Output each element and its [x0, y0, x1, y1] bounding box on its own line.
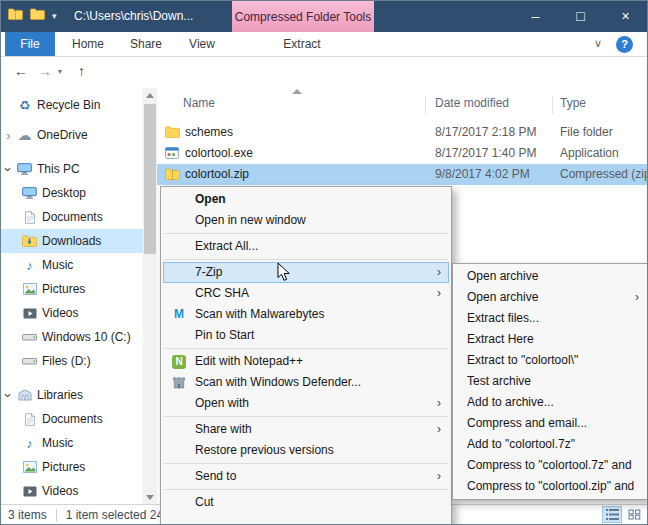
submenu-item-extract-to-colortool[interactable]: Extract to "colortool\": [455, 350, 645, 371]
menu-separator: [164, 416, 448, 417]
libraries-icon: [15, 389, 34, 401]
recycle-bin-icon: ♻: [15, 98, 34, 113]
close-button[interactable]: ×: [603, 0, 648, 32]
menu-item-send-to[interactable]: Send to ›: [163, 466, 449, 487]
scroll-up-icon[interactable]: [143, 88, 157, 102]
menu-item-open-with[interactable]: Open with ›: [163, 393, 449, 414]
drive-icon: [20, 332, 39, 342]
tab-file[interactable]: File: [5, 32, 55, 56]
submenu-arrow-icon: ›: [437, 393, 441, 414]
sidebar-item-files-d[interactable]: Files (D:): [0, 349, 143, 373]
sort-ascending-icon[interactable]: [292, 89, 302, 94]
submenu-arrow-icon: ›: [437, 283, 441, 304]
column-divider[interactable]: [425, 96, 426, 114]
videos-icon: [20, 486, 39, 497]
sidebar-item-recycle-bin[interactable]: ♻ Recycle Bin: [0, 93, 143, 117]
tab-view[interactable]: View: [179, 32, 225, 56]
chevron-right-icon[interactable]: ›: [2, 128, 15, 143]
submenu-item-open-archive-as[interactable]: Open archive ›: [455, 287, 645, 308]
submenu-item-extract-here[interactable]: Extract Here: [455, 329, 645, 350]
tab-home[interactable]: Home: [63, 32, 113, 56]
menu-item-pin-to-start[interactable]: Pin to Start: [163, 325, 449, 346]
chevron-down-icon[interactable]: ›: [1, 163, 16, 176]
address-row: ← → ▾ ↑ This PC › Downloads › colortool …: [0, 57, 648, 88]
submenu-item-add-to-archive[interactable]: Add to archive...: [455, 392, 645, 413]
titlebar-icons: ▾: [8, 8, 57, 23]
sidebar-item-windows-10-c[interactable]: Windows 10 (C:): [0, 325, 143, 349]
help-icon[interactable]: ?: [616, 36, 633, 53]
pictures-icon: [20, 283, 39, 295]
quick-access-folder-icon[interactable]: [30, 8, 45, 23]
ribbon-collapse-icon[interactable]: ∨: [594, 37, 602, 50]
up-icon[interactable]: ↑: [78, 63, 85, 79]
file-row-colortool-zip[interactable]: colortool.zip 9/8/2017 4:02 PM Compresse…: [157, 164, 648, 185]
column-headers: Name Date modified Type: [157, 96, 648, 116]
items-count: 3 items: [8, 508, 47, 522]
navigation-pane: ♻ Recycle Bin › ☁ OneDrive › This PC Des…: [0, 88, 143, 504]
submenu-item-add-to-colortool-7z[interactable]: Add to "colortool.7z": [455, 434, 645, 455]
menu-item-open[interactable]: Open: [163, 189, 449, 210]
submenu-item-compress-and-email[interactable]: Compress and email...: [455, 413, 645, 434]
sidebar-item-pictures-library[interactable]: Pictures: [0, 455, 143, 479]
sidebar-item-documents-library[interactable]: Documents: [0, 407, 143, 431]
file-row-schemes[interactable]: schemes 8/17/2017 2:18 PM File folder: [157, 122, 648, 143]
sidebar-item-videos-library[interactable]: Videos: [0, 479, 143, 503]
menu-item-restore-previous-versions[interactable]: Restore previous versions: [163, 440, 449, 461]
menu-item-share-with[interactable]: Share with ›: [163, 419, 449, 440]
forward-icon[interactable]: →: [38, 63, 52, 79]
documents-icon: [20, 413, 39, 426]
sidebar-item-libraries[interactable]: › Libraries: [0, 383, 143, 407]
menu-item-extract-all[interactable]: Extract All...: [163, 236, 449, 257]
maximize-button[interactable]: □: [558, 0, 603, 32]
menu-item-cut[interactable]: Cut: [163, 492, 449, 513]
scrollbar-thumb[interactable]: [144, 104, 156, 254]
file-row-colortool-exe[interactable]: colortool.exe 8/17/2017 1:40 PM Applicat…: [157, 143, 648, 164]
tab-extract[interactable]: Extract: [271, 32, 333, 56]
submenu-arrow-icon: ›: [437, 419, 441, 440]
submenu-arrow-icon: ›: [437, 466, 441, 487]
column-header-type[interactable]: Type: [560, 96, 586, 110]
sidebar-item-desktop[interactable]: Desktop: [0, 181, 143, 205]
sidebar-item-this-pc[interactable]: › This PC: [0, 157, 143, 181]
submenu-item-test-archive[interactable]: Test archive: [455, 371, 645, 392]
sidebar-scrollbar[interactable]: [143, 88, 157, 504]
quick-access-dropdown-icon[interactable]: ▾: [52, 11, 57, 21]
submenu-item-compress-to-colortool-7z[interactable]: Compress to "colortool.7z" and: [455, 455, 645, 476]
details-view-button[interactable]: [602, 506, 622, 523]
back-icon[interactable]: ←: [14, 63, 28, 79]
sidebar-item-downloads[interactable]: Downloads: [0, 229, 143, 253]
application-icon: [165, 147, 179, 159]
sidebar-item-onedrive[interactable]: › ☁ OneDrive: [0, 123, 143, 147]
submenu-item-open-archive[interactable]: Open archive: [455, 266, 645, 287]
submenu-arrow-icon: ›: [437, 262, 441, 283]
menu-item-open-in-new-window[interactable]: Open in new window: [163, 210, 449, 231]
chevron-down-icon[interactable]: ›: [1, 389, 16, 402]
malwarebytes-icon: M: [170, 304, 188, 325]
scroll-down-icon[interactable]: [143, 490, 157, 504]
submenu-item-compress-to-colortool-zip[interactable]: Compress to "colortool.zip" and: [455, 476, 645, 497]
menu-item-7-zip[interactable]: 7-Zip ›: [163, 262, 449, 283]
column-divider[interactable]: [552, 96, 553, 114]
contextual-group-label: Compressed Folder Tools: [235, 10, 372, 24]
menu-item-scan-with-malwarebytes[interactable]: M Scan with Malwarebytes: [163, 304, 449, 325]
recent-locations-dropdown-icon[interactable]: ▾: [58, 67, 62, 76]
sidebar-item-music[interactable]: ♪ Music: [0, 253, 143, 277]
submenu-item-extract-files[interactable]: Extract files...: [455, 308, 645, 329]
thumbnails-view-button[interactable]: [624, 506, 644, 523]
drive-icon: [20, 356, 39, 366]
tab-share[interactable]: Share: [121, 32, 171, 56]
selection-status: 1 item selected 24.: [66, 508, 167, 522]
sidebar-item-music-library[interactable]: ♪ Music: [0, 431, 143, 455]
sidebar-item-pictures[interactable]: Pictures: [0, 277, 143, 301]
menu-item-crc-sha[interactable]: CRC SHA ›: [163, 283, 449, 304]
sidebar-item-documents[interactable]: Documents: [0, 205, 143, 229]
ribbon-tab-strip: File Home Share View Extract ∨ ?: [0, 32, 648, 57]
contextual-tab-group: Compressed Folder Tools: [232, 1, 374, 32]
sidebar-item-videos[interactable]: Videos: [0, 301, 143, 325]
music-icon: ♪: [20, 258, 39, 273]
menu-item-edit-with-notepad-plus-plus[interactable]: N Edit with Notepad++: [163, 351, 449, 372]
minimize-button[interactable]: –: [513, 0, 558, 32]
column-header-name[interactable]: Name: [183, 96, 215, 110]
column-header-date-modified[interactable]: Date modified: [435, 96, 509, 110]
menu-item-scan-with-windows-defender[interactable]: Scan with Windows Defender...: [163, 372, 449, 393]
